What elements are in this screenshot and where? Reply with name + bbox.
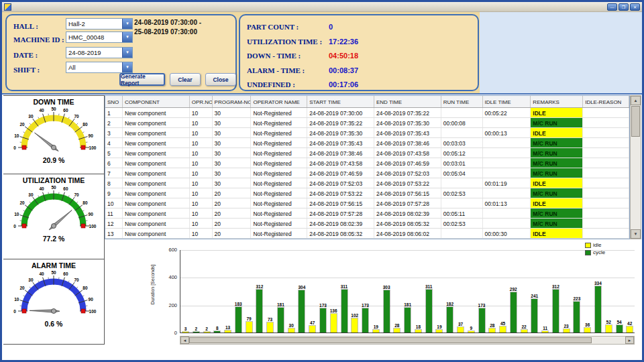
hall-label: HALL : — [13, 22, 38, 30]
minimize-button[interactable]: — — [607, 3, 617, 11]
grid-cell: 24-08-2019 07:35:43 — [374, 128, 441, 137]
chart-bar-idle — [204, 332, 210, 333]
grid-cell: 00:00:08 — [441, 118, 483, 127]
range-end: 25-08-2019 07:30:00 — [134, 27, 201, 37]
date-select[interactable]: 24-08-2019 ▼ — [66, 47, 133, 58]
table-row[interactable]: 11New component1020Not-Registered24-08-2… — [105, 208, 629, 219]
grid-cell: 3 — [105, 128, 123, 137]
grid-cell: 00:02:53 — [441, 188, 483, 198]
grid-header-cell[interactable]: OPERATOR NAME — [251, 96, 307, 107]
grid-cell: 20 — [213, 208, 252, 218]
title-bar[interactable]: — ❐ ✕ — [2, 2, 642, 12]
svg-text:70: 70 — [74, 114, 79, 119]
table-row[interactable]: 12New component1020Not-Registered24-08-2… — [105, 219, 629, 229]
bar-value-label: 292 — [507, 287, 520, 292]
close-button[interactable]: Close — [205, 73, 236, 86]
legend-label: cycle — [593, 249, 605, 255]
grid-cell: New component — [123, 108, 190, 117]
chevron-down-icon[interactable]: ▼ — [122, 62, 132, 72]
stat-row: ALARM - TIME :00:08:37 — [240, 62, 478, 76]
grid-cell — [483, 158, 531, 168]
stat-row: PART COUNT :0 — [240, 18, 478, 33]
grid-cell: Not-Registered — [251, 208, 307, 218]
grid-cell: New component — [123, 158, 190, 168]
grid-cell: 30 — [213, 128, 252, 137]
grid-header-cell[interactable]: RUN TIME — [441, 96, 483, 107]
table-row[interactable]: 7New component1030Not-Registered24-08-20… — [105, 168, 629, 178]
grid-cell: 10 — [190, 168, 213, 178]
grid-header-cell[interactable]: PROGRAM-NO — [213, 96, 252, 107]
chart-bar-idle — [436, 330, 442, 333]
grid-cell — [583, 219, 629, 228]
chevron-down-icon[interactable]: ▼ — [122, 48, 132, 58]
scrollbar-thumb[interactable] — [189, 337, 592, 343]
grid-header-cell[interactable]: COMPONENT — [123, 96, 190, 107]
table-row[interactable]: 6New component1030Not-Registered24-08-20… — [105, 158, 629, 168]
grid-header-cell[interactable]: OPR.NO — [190, 96, 213, 107]
table-row[interactable]: 4New component1030Not-Registered24-08-20… — [105, 138, 629, 148]
chevron-down-icon[interactable]: ▼ — [122, 32, 132, 42]
chart-bar-idle — [225, 330, 231, 333]
chart-scrollbar[interactable]: ◄ ► — [180, 336, 635, 345]
table-row[interactable]: 13New component1020Not-Registered24-08-2… — [105, 229, 629, 239]
grid-cell: 24-08-2019 08:06:02 — [374, 229, 441, 238]
bar-value-label: 30 — [285, 323, 298, 328]
chart-bar-idle — [182, 332, 189, 333]
grid-cell: 00:05:12 — [441, 148, 483, 158]
chart-bar-cycle — [341, 290, 347, 333]
remarks-cell: IDLE — [531, 178, 583, 188]
scroll-right-icon[interactable]: ► — [625, 337, 634, 344]
grid-cell — [583, 198, 629, 208]
grid-cell: 30 — [213, 108, 252, 117]
scroll-up-icon[interactable]: ▲ — [631, 96, 641, 105]
machine-id-select[interactable]: HMC_00048 ▼ — [66, 32, 133, 43]
svg-text:70: 70 — [74, 278, 79, 282]
grid-header-cell[interactable]: START TIME — [307, 96, 374, 107]
gauge-dial-wrap: 0102030405060708090100 — [5, 269, 103, 319]
grid-header-cell[interactable]: REMARKS — [531, 96, 583, 107]
table-row[interactable]: 2New component1030Not-Registered24-08-20… — [105, 118, 629, 128]
table-row[interactable]: 3New component1030Not-Registered24-08-20… — [105, 128, 629, 138]
chevron-down-icon[interactable]: ▼ — [122, 19, 132, 29]
scroll-left-icon[interactable]: ◄ — [180, 337, 189, 344]
grid-header-cell[interactable]: SNO — [105, 96, 123, 107]
shift-select[interactable]: All ▼ — [66, 62, 133, 73]
chart-gridline — [180, 250, 635, 251]
grid-header-cell[interactable]: END TIME — [374, 96, 441, 107]
legend-swatch — [585, 243, 591, 248]
gauge-percent-label: 0.6 % — [45, 320, 63, 328]
table-row[interactable]: 9New component1020Not-Registered24-08-20… — [105, 188, 629, 198]
grid-cell: Not-Registered — [251, 158, 307, 168]
bar-value-label: 11 — [539, 326, 551, 330]
chart-bar-cycle — [616, 325, 623, 333]
shift-value: All — [66, 62, 122, 72]
grid-header-cell[interactable]: IDLE-REASON — [583, 96, 629, 107]
scroll-down-icon[interactable]: ▼ — [631, 229, 641, 239]
scrollbar-thumb[interactable] — [631, 106, 640, 137]
remarks-cell: M/C RUN — [531, 158, 583, 168]
hall-select[interactable]: Hall-2 ▼ — [66, 18, 133, 29]
table-row[interactable]: 5New component1030Not-Registered24-08-20… — [105, 148, 629, 158]
grid-cell: 00:00:30 — [483, 229, 531, 238]
table-scrollbar[interactable]: ▲ ▼ — [630, 95, 641, 239]
grid-cell: 24-08-2019 07:38:46 — [374, 138, 441, 147]
bar-value-label: 102 — [348, 313, 361, 318]
table-row[interactable]: 10New component1020Not-Registered24-08-2… — [105, 198, 629, 208]
clear-button[interactable]: Clear — [170, 73, 201, 86]
chart-bar-idle — [542, 331, 548, 333]
table-row[interactable]: 1New component1030Not-Registered24-08-20… — [105, 108, 629, 118]
maximize-button[interactable]: ❐ — [619, 3, 629, 11]
grid-cell: Not-Registered — [251, 168, 307, 178]
grid-cell: Not-Registered — [251, 178, 307, 188]
svg-text:60: 60 — [63, 108, 68, 113]
grid-cell: Not-Registered — [251, 118, 307, 127]
close-window-button[interactable]: ✕ — [630, 3, 640, 11]
grid-cell: 13 — [105, 229, 123, 238]
chart-bar-idle — [309, 326, 315, 333]
table-row[interactable]: 8New component1030Not-Registered24-08-20… — [105, 178, 629, 188]
generate-report-button[interactable]: Generate Report — [119, 73, 165, 86]
grid-header-cell[interactable]: IDLE TIME — [483, 96, 531, 107]
chart-bar-idle — [288, 328, 294, 333]
chart-bar-cycle — [511, 292, 517, 333]
grid-cell: Not-Registered — [251, 128, 307, 137]
